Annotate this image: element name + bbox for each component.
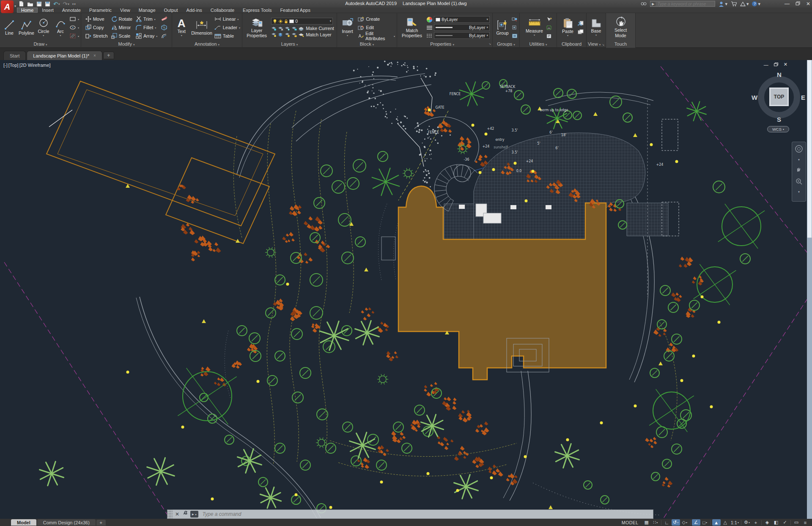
move-button[interactable]: Move [85,15,108,23]
quick-calculator-icon[interactable] [546,24,552,31]
model-paper-toggle[interactable]: MODEL [618,520,642,525]
compass-south[interactable]: S [777,116,781,123]
search-input[interactable] [656,1,715,6]
drawing-restore-button[interactable] [774,62,778,67]
panel-label-block[interactable]: Block▾ [337,41,397,47]
linear-dimension-button[interactable]: Linear▾ [214,15,240,23]
status-object-snap[interactable]: □▾ [701,519,709,526]
make-current-icon[interactable] [298,26,304,31]
offset-icon[interactable] [161,32,167,40]
ribbon-tab-view[interactable]: View [116,8,134,13]
application-menu-caret-icon[interactable]: ▾ [14,4,16,8]
status-annotation-autoscale[interactable]: △ [721,519,730,526]
layer-lock-tool-icon[interactable] [291,26,297,31]
drawing-area[interactable]: FENCEGATEFENCESETBACK+78berm up to edgee… [0,60,812,519]
group-selection-icon[interactable] [512,32,518,40]
create-block-button[interactable]: Create [358,15,395,23]
measure-button[interactable]: Measure▾ [524,18,545,37]
panel-label-draw[interactable]: Draw▾ [0,41,81,47]
stretch-button[interactable]: Stretch [85,32,108,40]
ribbon-tab-home[interactable]: Home [17,8,38,13]
autodesk-apps-icon[interactable]: ▾ [740,1,749,7]
viewport-menu[interactable]: [-] [3,63,8,68]
drawing-close-button[interactable]: ✕ [784,62,787,67]
help-icon[interactable]: ?▾ [752,1,760,7]
app-store-cart-icon[interactable] [731,1,737,6]
view-menu[interactable]: [Top] [8,63,19,68]
trim-button[interactable]: Trim▾ [136,15,157,23]
select-mode-button[interactable]: SelectMode [610,16,631,38]
tab-model[interactable]: Model [11,519,36,526]
new-tab-button[interactable]: + [103,52,114,59]
close-button[interactable]: ✕ [806,1,810,7]
navbar-caret-icon[interactable]: ▾ [798,158,800,162]
command-grip-handle[interactable] [167,510,173,518]
edit-attributes-button[interactable]: Edit Attributes▾ [358,32,395,40]
ribbon-tab-output[interactable]: Output [160,8,182,13]
layer-unisolate-icon[interactable] [278,26,283,31]
status-annotation-scale[interactable]: 1:1▾ [730,519,740,526]
make-current-button[interactable]: Make Current [306,26,334,31]
ribbon-tab-add-ins[interactable]: Add-ins [182,8,206,13]
layer-select[interactable]: 0 ▾ [271,18,333,25]
ribbon-tab-featured-apps[interactable]: Featured Apps [276,8,315,13]
status-grid-mode[interactable]: ▦ [642,519,651,526]
id-point-icon[interactable] [546,32,552,40]
tab-close-icon[interactable]: × [93,53,96,58]
tab-layout-comm-design[interactable]: Comm Design (24x36) [37,519,96,526]
zoom-extents-icon[interactable] [795,178,803,187]
new-layout-button[interactable]: + [96,520,106,526]
match-layer-icon[interactable] [298,33,304,37]
line-button[interactable]: Line [2,19,17,36]
status-clean-screen[interactable]: ▭ [792,519,801,526]
panel-label-view[interactable]: View▾↘ [587,41,606,47]
viewcube[interactable]: N S W E TOP WCS▾ [753,72,805,135]
quick-select-icon[interactable] [546,15,552,23]
status-annotation-visibility[interactable]: ▲ [712,519,721,526]
panel-label-touch[interactable]: Touch [606,41,635,47]
insert-button[interactable]: Insert▾ [339,18,356,37]
wcs-menu[interactable]: WCS▾ [767,126,789,132]
copy-button[interactable]: Copy [85,24,108,31]
panel-label-properties[interactable]: Properties▾↘ [397,41,492,47]
panel-label-groups[interactable]: Groups▾ [493,41,519,47]
scrollbar-thumb[interactable] [807,60,812,238]
status-hardware-acceleration[interactable]: ◧ [772,519,780,526]
viewcube-top-face[interactable]: TOP [769,88,789,106]
polyline-button[interactable]: Polyline [19,19,34,36]
recent-commands-button[interactable]: ▸▾ [190,511,198,518]
pan-icon[interactable] [795,165,803,174]
properties-dialog-launcher-icon[interactable]: ↘ [488,41,491,47]
circle-button[interactable]: Circle▾ [36,18,51,37]
navbar-caret2-icon[interactable]: ▾ [798,190,800,194]
layer-color-tool-icon[interactable] [278,33,283,37]
edit-block-button[interactable]: Edit [358,24,395,31]
search-icon[interactable] [641,2,647,6]
status-graphics-performance[interactable]: ✓ [781,519,789,526]
status-snap-mode[interactable]: ∷▾ [651,519,660,526]
linetype-select[interactable]: ByLayer▾ [434,32,490,39]
search-go-icon[interactable]: ▶ [650,2,656,6]
layer-thaw-icon[interactable] [285,33,290,37]
layer-isolate-icon[interactable] [271,26,277,31]
status-isometric-drafting[interactable]: ◇▾ [680,519,689,526]
leader-button[interactable]: Leader▾ [214,24,240,31]
paste-button[interactable]: Paste▾ [560,18,576,37]
compass-north[interactable]: N [777,71,782,78]
arc-button[interactable]: Arc▾ [53,18,68,37]
tab-start[interactable]: Start [3,51,26,60]
panel-label-layers[interactable]: Layers▾ [242,41,337,47]
layer-select-caret-icon[interactable]: ▾ [330,19,332,23]
landscape-plan-drawing[interactable]: FENCEGATEFENCESETBACK+78berm up to edgee… [0,60,812,519]
command-customize-icon[interactable] [182,510,188,518]
layer-freeze-tool-icon[interactable] [285,26,290,31]
ellipse-tool-icon[interactable]: ▾ [70,24,79,31]
layer-unlock-icon[interactable] [291,33,297,37]
visual-style-menu[interactable]: [2D Wireframe] [19,63,51,68]
application-menu-button[interactable]: A [1,0,14,13]
compass-east[interactable]: E [801,94,805,101]
ungroup-icon[interactable] [512,15,518,23]
status-ortho-mode[interactable]: ∟ [663,519,671,526]
status-annotation-monitor[interactable]: + [752,519,760,526]
fillet-button[interactable]: Fillet▾ [136,24,157,31]
